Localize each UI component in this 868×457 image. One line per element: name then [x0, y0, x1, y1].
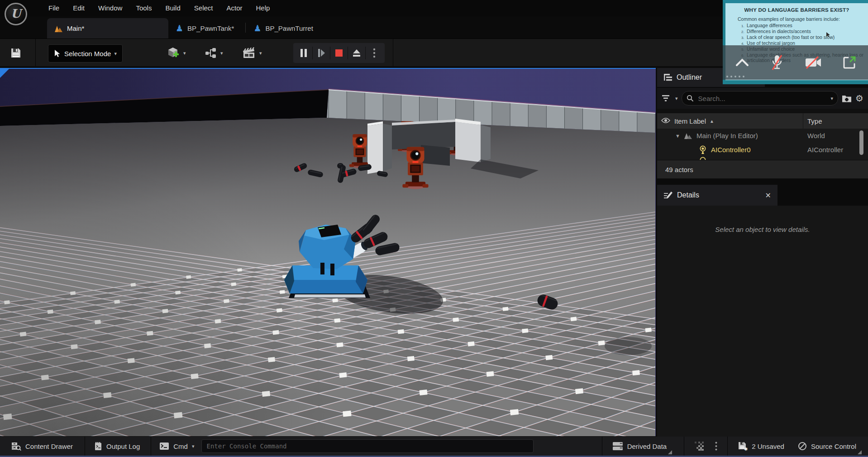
statusbar-separator: [727, 437, 728, 456]
cinematics-button[interactable]: ▾: [242, 44, 262, 62]
unreal-engine-logo-icon[interactable]: U: [5, 3, 27, 25]
svg-text:✱: ✱: [744, 447, 748, 451]
console-command-input[interactable]: [201, 439, 534, 453]
column-divider[interactable]: [803, 113, 803, 129]
statusbar-separator: [602, 437, 602, 456]
outliner-tab-label: Outliner: [677, 73, 702, 82]
outliner-settings-gear-icon[interactable]: ⚙: [855, 94, 863, 103]
details-pencil-icon: [663, 191, 673, 199]
aicontroller-icon: [699, 157, 707, 160]
statusbar-separator: [684, 437, 684, 456]
right-dock-panel: Outliner ▾ ▾ ⚙: [657, 66, 868, 437]
selection-mode-dropdown[interactable]: Selection Mode ▾: [48, 44, 123, 63]
visibility-eye-icon[interactable]: [661, 117, 670, 125]
statusbar-kebab[interactable]: [715, 442, 717, 451]
details-panel-body: Select an object to view details.: [657, 206, 868, 437]
blueprints-button[interactable]: ▾: [205, 44, 223, 62]
add-actor-button[interactable]: ▾: [167, 44, 186, 62]
chevron-down-icon: ▾: [183, 50, 186, 56]
output-log-button[interactable]: Output Log: [94, 442, 140, 451]
filter-chevron-icon[interactable]: ▾: [675, 96, 678, 101]
page-dots: [726, 76, 744, 77]
tab-bp-pawnturret[interactable]: ♟ BP_PawnTurret: [246, 18, 324, 38]
toolbar-separator: [35, 39, 36, 66]
eject-button[interactable]: [348, 45, 365, 61]
save-asterisk-icon: ✱: [738, 441, 748, 451]
slide-list-item: Differences in dialects/accents: [745, 29, 868, 34]
menu-select[interactable]: Select: [187, 0, 220, 16]
play-options-kebab[interactable]: [366, 45, 383, 61]
viewport-3d-scene: [0, 69, 656, 436]
outliner-row-world[interactable]: ▼ Main (Play In Editor) World: [657, 129, 868, 143]
expand-corner-handle: [858, 450, 862, 454]
outliner-scrollbar[interactable]: [859, 130, 863, 155]
mic-muted-icon[interactable]: [771, 54, 783, 71]
row-world-label: Main (Play In Editor): [696, 132, 758, 140]
kebab-menu-icon: [715, 442, 717, 451]
outliner-row-partial[interactable]: [657, 157, 868, 160]
outliner-tree: ▼ Main (Play In Editor) World AIControll…: [657, 129, 868, 160]
pawn-icon: ♟: [176, 24, 183, 33]
new-folder-icon[interactable]: [842, 94, 852, 103]
expand-caret-icon[interactable]: ▼: [675, 133, 680, 139]
tab-main-label: Main*: [67, 24, 84, 32]
chevron-down-icon: ▾: [220, 50, 223, 56]
save-button[interactable]: [10, 44, 22, 62]
tab-bp-pawntank[interactable]: ♟ BP_PawnTank*: [168, 18, 245, 38]
outliner-row-aicontroller[interactable]: AIController0 AIController: [657, 143, 868, 157]
outliner-column-header: Item Label ▲ Type: [657, 113, 868, 129]
unsaved-button[interactable]: ✱ 2 Unsaved: [738, 441, 784, 451]
source-control-button[interactable]: Source Control: [798, 442, 856, 451]
level-viewport[interactable]: [0, 68, 656, 436]
menu-file[interactable]: File: [42, 0, 66, 16]
cmd-dropdown[interactable]: Cmd ▾: [159, 442, 194, 450]
menu-actor[interactable]: Actor: [219, 0, 249, 16]
actor-count-label: 49 actors: [665, 166, 693, 173]
menu-help[interactable]: Help: [249, 0, 277, 16]
camera-muted-icon[interactable]: [805, 56, 822, 69]
unsaved-label: 2 Unsaved: [752, 443, 784, 450]
tab-pawnturret-label: BP_PawnTurret: [266, 24, 313, 32]
outliner-search-row: ▾ ▾ ⚙: [657, 88, 868, 109]
stop-icon: [335, 48, 343, 58]
filter-icon[interactable]: [662, 94, 672, 102]
content-drawer-button[interactable]: Content Drawer: [11, 442, 73, 451]
row-world-type: World: [807, 132, 825, 140]
insights-grid-button[interactable]: [694, 441, 704, 451]
derived-data-button[interactable]: Derived Data: [612, 442, 667, 451]
tab-pawntank-label: BP_PawnTank*: [187, 24, 234, 32]
tab-details[interactable]: Details ✕: [657, 185, 777, 206]
pause-button[interactable]: [295, 45, 312, 61]
play-controls: [293, 43, 385, 63]
unreal-editor-window: U File Edit Window Tools Build Select Ac…: [0, 0, 868, 457]
outliner-footer: 49 actors: [657, 160, 868, 179]
world-level-icon: [684, 133, 692, 139]
menu-build[interactable]: Build: [158, 0, 187, 16]
tab-main-level[interactable]: Main*: [47, 18, 168, 38]
column-item-label[interactable]: Item Label: [674, 117, 706, 125]
menu-edit[interactable]: Edit: [66, 0, 91, 16]
outliner-searchbox[interactable]: ▾: [682, 91, 839, 106]
tab-separator: [245, 23, 246, 33]
statusbar-separator: [151, 437, 151, 456]
search-options-chevron-icon[interactable]: ▾: [831, 96, 834, 101]
eject-icon: [352, 48, 361, 58]
frame-skip-button[interactable]: [313, 45, 330, 61]
grid-dots-icon: [694, 441, 704, 451]
chevron-down-icon: ▾: [259, 50, 262, 56]
slide-list-item: Language differences: [745, 23, 868, 28]
open-in-new-icon[interactable]: [843, 56, 856, 69]
cmd-label: Cmd: [173, 443, 188, 450]
column-type[interactable]: Type: [807, 117, 822, 125]
close-icon[interactable]: ✕: [765, 191, 771, 200]
details-tab-label: Details: [677, 191, 699, 199]
row-aicontroller-label: AIController0: [711, 146, 751, 154]
collapse-chevron-up-icon[interactable]: [734, 58, 750, 67]
menu-window[interactable]: Window: [91, 0, 129, 16]
outliner-search-input[interactable]: [697, 94, 827, 103]
derived-data-server-icon: [612, 442, 623, 451]
slide-list-item: Lack of clear speech (too fast or too sl…: [745, 34, 868, 40]
menu-tools[interactable]: Tools: [129, 0, 158, 16]
stop-button[interactable]: [330, 45, 348, 61]
slide-title: WHY DO LANGUAGE BARRIERS EXIST?: [725, 7, 868, 13]
